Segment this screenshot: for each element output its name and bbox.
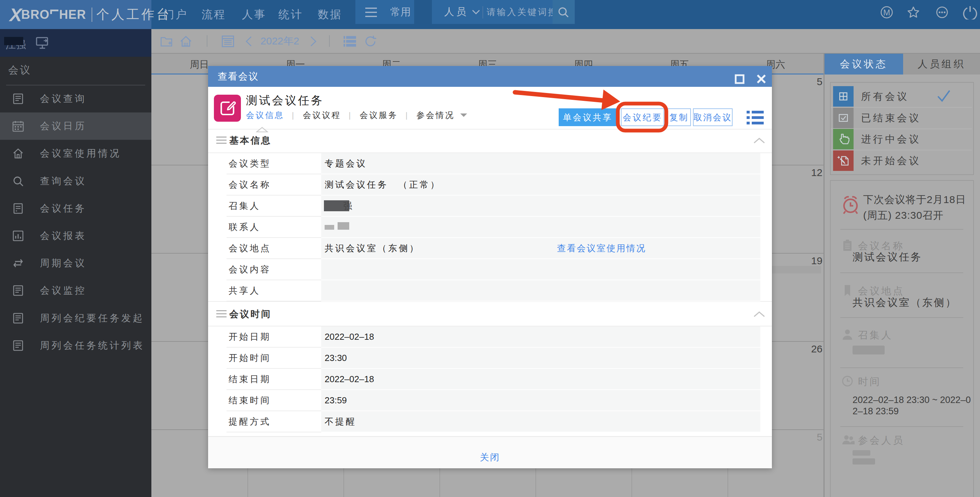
- svg-text:M: M: [883, 8, 890, 17]
